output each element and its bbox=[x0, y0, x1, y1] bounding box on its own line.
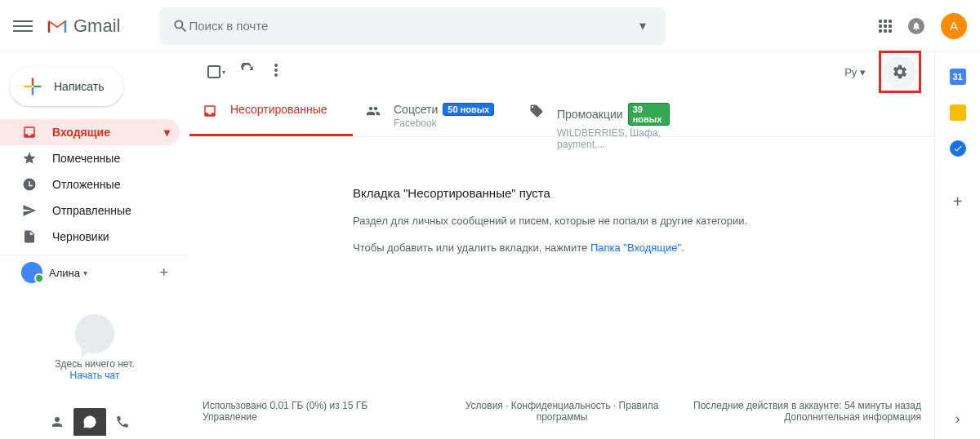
settings-highlight-box bbox=[879, 51, 921, 93]
compose-label: Написать bbox=[54, 80, 104, 93]
social-tab-icon bbox=[366, 104, 381, 118]
sidebar: Написать Входящие ▾ Помеченные Отложенны… bbox=[0, 52, 189, 439]
search-input[interactable] bbox=[189, 19, 633, 33]
account-avatar[interactable]: А bbox=[941, 13, 967, 39]
main-area: ▾ Ру ▾ Несортированные Соцсети50 новых F… bbox=[189, 52, 934, 439]
svg-point-2 bbox=[274, 73, 278, 77]
inbox-settings-link[interactable]: Папка "Входящие" bbox=[590, 242, 681, 254]
empty-title: Вкладка "Несортированные" пуста bbox=[353, 186, 902, 200]
refresh-button[interactable] bbox=[230, 56, 265, 87]
plus-icon bbox=[21, 75, 44, 98]
hangouts-tab-contacts[interactable] bbox=[41, 408, 74, 436]
footer-storage: Использовано 0,01 ГБ (0%) из 15 ГБ Управ… bbox=[203, 400, 442, 423]
chevron-down-icon: ▾ bbox=[222, 69, 225, 76]
hangouts-avatar-icon bbox=[21, 262, 42, 283]
svg-point-1 bbox=[274, 69, 278, 72]
tab-social-sub: Facebook bbox=[394, 118, 494, 129]
star-icon bbox=[21, 150, 38, 166]
empty-state: Вкладка "Несортированные" пуста Раздел д… bbox=[189, 137, 934, 301]
tab-promo-label: Промоакции bbox=[557, 108, 623, 121]
hangouts-start-chat-link[interactable]: Начать чат bbox=[8, 370, 181, 381]
inbox-icon bbox=[21, 124, 38, 140]
search-icon bbox=[172, 18, 189, 34]
nav-drafts-label: Черновики bbox=[52, 230, 109, 243]
search-options-dropdown[interactable]: ▾ bbox=[633, 11, 653, 40]
tab-social[interactable]: Соцсети50 новых Facebook bbox=[353, 91, 516, 136]
google-apps-icon[interactable] bbox=[879, 20, 892, 33]
nav-drafts[interactable]: Черновики bbox=[0, 224, 180, 250]
clock-icon bbox=[21, 176, 38, 193]
calendar-addon-icon[interactable]: 31 bbox=[950, 69, 966, 85]
file-icon bbox=[21, 228, 38, 245]
side-panel: 31 + › bbox=[934, 52, 980, 439]
promo-tab-icon bbox=[529, 104, 544, 118]
inbox-tab-icon bbox=[203, 104, 217, 118]
gmail-text: Gmail bbox=[74, 16, 120, 37]
footer-manage-link[interactable]: Управление bbox=[203, 411, 442, 423]
footer: Использовано 0,01 ГБ (0%) из 15 ГБ Управ… bbox=[203, 400, 921, 423]
select-all-checkbox[interactable]: ▾ bbox=[203, 60, 230, 83]
hangouts-tab-chat[interactable] bbox=[74, 408, 106, 436]
nav-inbox[interactable]: Входящие ▾ bbox=[0, 119, 180, 145]
footer-activity: Последние действия в аккаунте: 54 минуты… bbox=[682, 400, 921, 423]
nav-sent-label: Отправленные bbox=[52, 204, 131, 217]
nav-sent[interactable]: Отправленные bbox=[0, 197, 180, 224]
hangouts-empty-text: Здесь ничего нет. bbox=[8, 358, 181, 370]
tasks-addon-icon[interactable] bbox=[950, 140, 966, 157]
settings-button[interactable] bbox=[884, 55, 916, 88]
nav-starred[interactable]: Помеченные bbox=[0, 145, 180, 171]
hangouts-user-row[interactable]: Алина ▾ + bbox=[0, 255, 189, 290]
compose-button[interactable]: Написать bbox=[10, 67, 123, 106]
get-addons-button[interactable]: + bbox=[953, 193, 963, 211]
nav-starred-label: Помеченные bbox=[52, 152, 120, 165]
hangouts-tabs bbox=[41, 408, 139, 436]
social-badge: 50 новых bbox=[443, 103, 494, 116]
notifications-icon[interactable] bbox=[908, 18, 924, 34]
tab-primary[interactable]: Несортированные bbox=[189, 91, 353, 136]
toolbar-right: Ру ▾ bbox=[844, 51, 921, 93]
hangouts-empty-state: Здесь ничего нет. Начать чат bbox=[0, 290, 189, 389]
nav-inbox-label: Входящие bbox=[52, 126, 110, 139]
hangouts-tab-phone[interactable] bbox=[106, 408, 139, 436]
empty-description: Раздел для личных сообщений и писем, кот… bbox=[353, 215, 902, 227]
hangouts-dropdown-icon[interactable]: ▾ bbox=[83, 268, 87, 277]
header-right: А bbox=[879, 13, 967, 39]
search-box[interactable]: ▾ bbox=[159, 7, 666, 45]
collapse-panel-icon[interactable]: › bbox=[956, 410, 960, 428]
footer-terms[interactable]: Условия · Конфиденциальность · Правила п… bbox=[442, 400, 681, 423]
main-menu-button[interactable] bbox=[13, 16, 33, 36]
empty-config-text: Чтобы добавить или удалить вкладки, нажм… bbox=[353, 242, 902, 254]
chat-bubble-icon bbox=[75, 314, 114, 353]
header: Gmail ▾ А bbox=[0, 0, 980, 52]
gmail-logo-icon bbox=[46, 18, 69, 34]
nav-snoozed[interactable]: Отложенные bbox=[0, 171, 180, 197]
input-method-button[interactable]: Ру ▾ bbox=[844, 66, 866, 78]
inbox-expand-icon[interactable]: ▾ bbox=[164, 126, 170, 139]
tab-social-label: Соцсети bbox=[394, 103, 438, 116]
send-icon bbox=[21, 202, 38, 219]
tab-primary-label: Несортированные bbox=[230, 103, 327, 116]
more-button[interactable] bbox=[265, 57, 287, 86]
footer-details-link[interactable]: Дополнительная информация bbox=[682, 411, 921, 423]
hangouts-username: Алина bbox=[49, 267, 80, 279]
checkbox-icon bbox=[207, 65, 220, 78]
promo-badge: 39 новых bbox=[628, 103, 670, 126]
toolbar: ▾ Ру ▾ bbox=[189, 52, 934, 91]
gmail-logo-area[interactable]: Gmail bbox=[46, 16, 120, 37]
hangouts-new-chat-button[interactable]: + bbox=[159, 264, 168, 282]
tab-promotions[interactable]: Промоакции39 новых WILDBERRIES, Шафа, pa… bbox=[516, 91, 679, 136]
tab-promo-sub: WILDBERRIES, Шафа, payment,... bbox=[557, 127, 670, 150]
keep-addon-icon[interactable] bbox=[950, 104, 966, 121]
category-tabs: Несортированные Соцсети50 новых Facebook… bbox=[189, 91, 934, 137]
nav-snoozed-label: Отложенные bbox=[52, 178, 120, 191]
svg-point-0 bbox=[274, 64, 278, 67]
